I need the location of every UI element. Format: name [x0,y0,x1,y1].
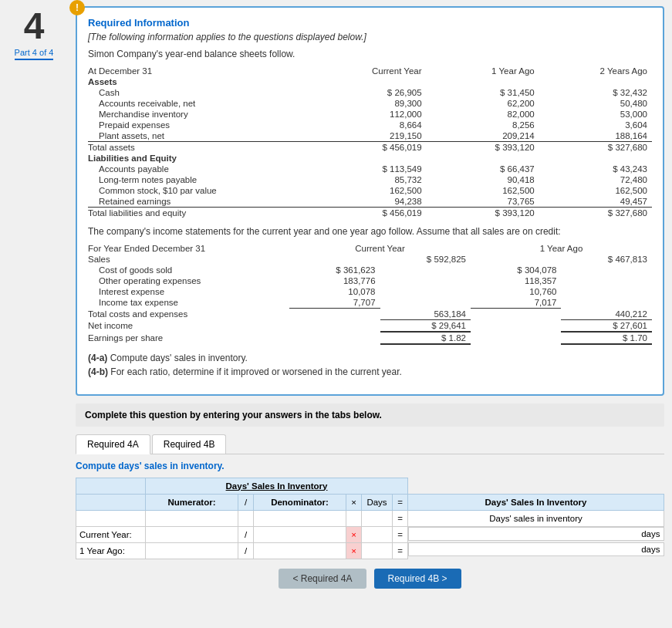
tab-content-label: Compute days' sales in inventory. [76,461,664,471]
net-income-row: Net income $ 29,641 $ 27,601 [88,319,652,332]
cy-slash: / [238,526,254,542]
label-row-slash [238,510,254,526]
1ya-denominator-cell[interactable] [254,542,346,559]
cy-days-cell [362,526,393,542]
tab-required-4a[interactable]: Required 4A [76,434,150,454]
1ya-days-cell [362,542,393,559]
table-row: Retained earnings 94,238 73,765 49,457 [88,196,652,208]
sales-row: Sales $ 592,825 $ 467,813 [88,254,652,265]
interest-row: Interest expense 10,078 10,760 [88,286,652,297]
sidebar: 4 Part 4 of 4 [0,0,68,628]
days-header: Days [362,494,393,510]
1ya-result-input[interactable] [412,545,638,554]
income-table: For Year Ended December 31 Current Year … [88,243,652,345]
table-row: Long-term notes payable 85,732 90,418 72… [88,174,652,185]
tabs-row: Required 4A Required 4B [76,434,664,454]
1ya-numerator-input[interactable] [149,546,235,555]
label-row-denom [254,510,346,526]
days-sales-header: Days' Sales In Inventory [146,478,408,494]
total-costs-row: Total costs and expenses 563,184 440,212 [88,309,652,320]
question-4b-body: For each ratio, determine if it improved… [110,366,402,377]
slash-header: / [238,494,254,510]
table-row: Cash $ 26,905 $ 31,450 $ 32,432 [88,87,652,98]
cy-denominator-cell[interactable] [254,526,346,542]
question-4a-bold: (4-a) [88,353,110,363]
question-box: ! Required Information [The following in… [76,6,664,396]
at-dec-31-header: At December 31 [88,66,313,76]
table-row: Merchandise inventory 112,000 82,000 53,… [88,109,652,120]
part-number: 4 [24,8,45,45]
cy-equals-cell: = [393,526,408,542]
assets-header: Assets [88,76,313,87]
liabilities-header: Liabilities and Equity [88,153,313,164]
one-year-ago-header: 1 Year Ago [427,66,539,76]
total-assets-row: Total assets $ 456,019 $ 393,120 $ 327,6… [88,142,652,154]
cy-result-input[interactable] [412,529,638,539]
italic-text: [The following information applies to th… [88,32,652,42]
header-empty [76,478,146,494]
equals-header: = [393,494,408,510]
question-4a-text: (4-a) Compute days' sales in inventory. [88,353,652,363]
1ya-unit: days [641,545,660,554]
label-row: = Days' sales in inventory [76,510,664,526]
label-row-num [146,510,238,526]
total-assets-label: Total assets [88,142,313,154]
tab-required-4b[interactable]: Required 4B [152,434,227,454]
cy-result-cell: days [408,527,664,541]
questions-section: (4-a) Compute days' sales in inventory. … [88,353,652,377]
numerator-header: Numerator: [146,494,238,510]
current-year-row: Current Year: / × = days [76,526,664,542]
nav-buttons: < Required 4A Required 4B > [76,569,664,589]
one-year-ago-row: 1 Year Ago: / × = days [76,542,664,559]
label-row-x [346,510,362,526]
total-liab-row: Total liabilities and equity $ 456,019 $… [88,208,652,219]
days-sales-table: Days' Sales In Inventory Numerator: / De… [76,478,664,559]
main-content: ! Required Information [The following in… [68,0,672,628]
question-4b-bold: (4-b) [88,366,110,377]
1ya-row-label: 1 Year Ago: [76,542,146,559]
question-4a-body: Compute days' sales in inventory. [110,353,248,363]
instruction-bar: Complete this question by entering your … [76,403,664,427]
next-button[interactable]: Required 4B > [374,569,461,589]
denominator-header: Denominator: [254,494,346,510]
days-sales-table-container: Days' Sales In Inventory Numerator: / De… [76,478,664,559]
1ya-numerator-cell[interactable] [146,542,238,559]
question-4b-text: (4-b) For each ratio, determine if it im… [88,366,652,377]
table-row: Accounts receivable, net 89,300 62,200 5… [88,98,652,109]
cy-numerator-input[interactable] [149,530,235,539]
1ya-denominator-input[interactable] [257,546,343,555]
income-intro: The company's income statements for the … [88,226,652,237]
ar-label: Accounts receivable, net [88,98,313,109]
info-icon: ! [69,0,85,15]
inventory-label: Merchandise inventory [88,109,313,120]
cy-denominator-input[interactable] [257,530,343,539]
table-row: Accounts payable $ 113,549 $ 66,437 $ 43… [88,164,652,174]
cy-x-cell: × [346,526,362,542]
current-year-header: Current Year [313,66,426,76]
tax-row: Income tax expense 7,707 7,017 [88,297,652,309]
table-row: Prepaid expenses 8,664 8,256 3,604 [88,120,652,130]
1ya-slash: / [238,542,254,559]
cash-cy: $ 26,905 [313,87,426,98]
cash-1ya: $ 31,450 [427,87,539,98]
income-header-label: For Year Ended December 31 [88,243,289,254]
1ya-equals-cell: = [393,542,408,559]
two-years-ago-header: 2 Years Ago [539,66,652,76]
label-row-days [362,510,393,526]
header-row-empty [76,494,146,510]
cy-row-label: Current Year: [76,526,146,542]
other-ops-row: Other operating expenses 183,776 118,357 [88,275,652,286]
cash-label: Cash [88,87,313,98]
part-underline [15,59,53,60]
plant-label: Plant assets, net [88,130,313,142]
cogs-row: Cost of goods sold $ 361,623 $ 304,078 [88,265,652,275]
cy-header: Current Year [289,243,471,254]
prev-button[interactable]: < Required 4A [279,569,366,589]
x-header: × [346,494,362,510]
cash-2ya: $ 32,432 [539,87,652,98]
1ya-header: 1 Year Ago [471,243,652,254]
result-header: Days' Sales In Inventory [408,494,664,510]
part-label: Part 4 of 4 [15,48,54,57]
balance-table: At December 31 Current Year 1 Year Ago 2… [88,66,652,218]
cy-numerator-cell[interactable] [146,526,238,542]
